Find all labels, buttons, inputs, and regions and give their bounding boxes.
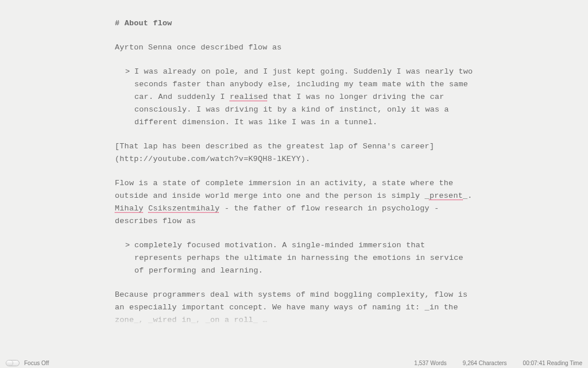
status-left: Focus Off: [6, 360, 49, 366]
spellcheck-word[interactable]: realised: [230, 93, 268, 101]
text: Flow is a state of complete immersion in…: [115, 179, 453, 200]
text: completely focused motivation. A single-…: [134, 241, 463, 275]
chars-value: 9,264: [463, 360, 477, 366]
heading-text: About flow: [125, 19, 172, 28]
status-bar: Focus Off 1,537 Words 9,264 Characters 0…: [0, 358, 588, 368]
paragraph-intro: Ayrton Senna once described flow as: [115, 41, 477, 54]
status-right: 1,537 Words 9,264 Characters 00:07:41 Re…: [414, 360, 582, 366]
focus-label: Focus Off: [24, 360, 49, 366]
time-label: Reading Time: [547, 360, 582, 366]
text: Because programmers deal with systems of…: [115, 290, 467, 324]
focus-toggle[interactable]: [6, 360, 20, 366]
paragraph-flow-def: Flow is a state of complete immersion in…: [115, 177, 477, 228]
heading-marker: #: [115, 19, 119, 28]
paragraph-programmers: Because programmers deal with systems of…: [115, 289, 477, 327]
document-content[interactable]: # About flow Ayrton Senna once described…: [115, 17, 477, 327]
text: [144, 204, 148, 213]
spellcheck-word[interactable]: Csikszentmihaly: [148, 204, 220, 213]
text: _.: [463, 191, 473, 200]
words-label: Words: [430, 360, 447, 366]
spellcheck-word[interactable]: present: [430, 191, 463, 200]
editor-area[interactable]: # About flow Ayrton Senna once described…: [0, 0, 588, 358]
paragraph-link: [That lap has been described as the grea…: [115, 140, 477, 166]
words-value: 1,537: [414, 360, 428, 366]
text: Ayrton Senna once described flow as: [115, 43, 282, 52]
markdown-link-text: [That lap has been described as the grea…: [115, 142, 434, 163]
reading-time[interactable]: 00:07:41 Reading Time: [523, 360, 582, 366]
heading-line: # About flow: [115, 17, 477, 30]
spellcheck-word[interactable]: Mihaly: [115, 204, 144, 213]
chars-label: Characters: [479, 360, 507, 366]
toggle-knob: [6, 361, 13, 366]
word-count[interactable]: 1,537 Words: [414, 360, 447, 366]
time-value: 00:07:41: [523, 360, 546, 366]
char-count[interactable]: 9,264 Characters: [463, 360, 507, 366]
blockquote-csik: completely focused motivation. A single-…: [115, 239, 477, 277]
blockquote-senna: I was already on pole, and I just kept g…: [115, 66, 477, 129]
